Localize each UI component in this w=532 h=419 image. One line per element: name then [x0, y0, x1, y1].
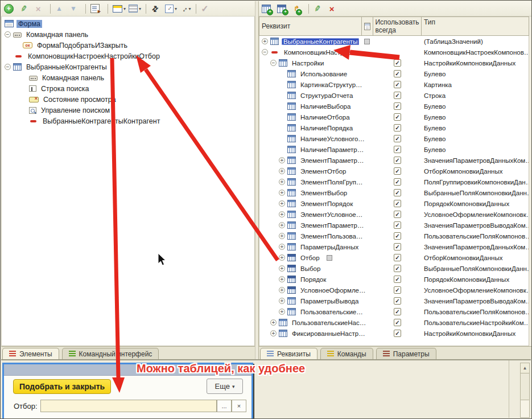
use-always-checkbox[interactable] — [394, 232, 401, 240]
table-row[interactable]: ЭлементПоляГруп… ПоляГруппировкиКомпонов… — [259, 176, 529, 187]
tree-item[interactable]: Командная панель — [2, 29, 254, 40]
tree-item[interactable]: Форма — [2, 18, 254, 29]
table-row[interactable]: СтруктураОтчета Строка — [259, 90, 529, 101]
expander-icon[interactable] — [279, 179, 285, 185]
table-row[interactable]: НаличиеВыбора Булево — [259, 101, 529, 112]
table-row[interactable]: ЭлементУсловное… УсловноеОформлениеКомпо… — [259, 209, 529, 220]
tree-item[interactable]: ВыбранныеКонтрагенты — [2, 61, 254, 72]
expander-icon[interactable] — [279, 244, 285, 250]
table-row[interactable]: НаличиеПорядка Булево — [259, 122, 529, 133]
scroll-up-icon[interactable] — [521, 363, 529, 373]
tab-commands[interactable]: Команды — [320, 348, 373, 359]
use-always-checkbox[interactable] — [394, 189, 401, 196]
use-always-checkbox[interactable] — [394, 243, 401, 250]
more-button[interactable]: Еще — [207, 379, 243, 394]
delete-attribute-icon[interactable]: × ▾ — [328, 3, 339, 14]
use-always-checkbox[interactable] — [394, 81, 401, 88]
apply-icon[interactable]: ✓ ▾ — [201, 3, 212, 14]
expander-icon[interactable] — [262, 38, 268, 44]
table-row[interactable]: НаличиеОтбора Булево — [259, 112, 529, 122]
expander-icon[interactable] — [279, 309, 285, 315]
choose-button[interactable]: ... — [217, 400, 232, 412]
tree-item[interactable]: Командная панель — [2, 72, 254, 83]
table-row[interactable]: ЭлементОтбор ОтборКомпоновкиДанных — [259, 166, 529, 176]
use-always-checkbox[interactable] — [394, 221, 401, 229]
pane-splitter[interactable] — [255, 1, 259, 359]
expander-icon[interactable] — [262, 49, 268, 55]
use-always-checkbox[interactable] — [394, 297, 401, 305]
resize-icon[interactable]: ↔ ▾ — [180, 3, 191, 14]
tab-parameters[interactable]: Параметры — [376, 348, 436, 359]
expander-icon[interactable] — [279, 168, 285, 174]
use-always-checkbox[interactable] — [394, 167, 401, 175]
check-form-icon[interactable]: ▾ — [90, 3, 103, 14]
tree-item[interactable]: КомпоновщикНастроекНастройкиОтбор — [2, 51, 254, 61]
clear-button[interactable]: × — [232, 400, 246, 412]
tab-elements[interactable]: Элементы — [2, 348, 59, 359]
expander-icon[interactable] — [5, 64, 11, 70]
use-always-checkbox[interactable] — [394, 211, 401, 218]
filter-input[interactable] — [40, 400, 217, 412]
use-always-checkbox[interactable] — [394, 135, 401, 142]
table-row[interactable]: ЭлементПараметр… ЗначенияПараметровВывод… — [259, 220, 529, 231]
add-attribute-icon[interactable]: ▾ — [262, 3, 274, 14]
use-always-checkbox[interactable] — [394, 319, 401, 326]
use-always-checkbox[interactable] — [394, 124, 401, 132]
table-row[interactable]: ПараметрыВывода ЗначенияПараметровВывода… — [259, 295, 529, 306]
column-header-type[interactable]: Тип — [422, 17, 529, 35]
panels-icon[interactable]: ▾ — [129, 3, 141, 14]
table-row[interactable]: КомпоновщикНастроек КомпоновщикНастроекК… — [259, 47, 529, 57]
swap-arrows-icon[interactable]: ⇄ ▾ — [151, 3, 162, 14]
expander-icon[interactable] — [270, 60, 277, 66]
expander-icon[interactable] — [279, 211, 285, 217]
use-always-checkbox[interactable] — [394, 59, 401, 67]
tree-item[interactable]: ВыбранныеКонтрагентыКонтрагент — [2, 116, 254, 126]
column-header-flag[interactable] — [362, 17, 373, 35]
table-row[interactable]: ЭлементВыбор ВыбранныеПоляКомпоновкиДанн… — [259, 187, 529, 198]
expander-icon[interactable] — [279, 298, 285, 304]
use-always-checkbox[interactable] — [394, 146, 401, 153]
table-row[interactable]: Выбор ВыбранныеПоляКомпоновкиДанн… — [259, 263, 529, 274]
use-always-checkbox[interactable] — [394, 286, 401, 294]
table-row[interactable]: УсловноеОформле… УсловноеОформлениеКомпо… — [259, 285, 529, 295]
expander-icon[interactable] — [279, 265, 285, 272]
expander-icon[interactable] — [279, 222, 285, 228]
move-down-icon[interactable]: ▼ ▾ — [69, 3, 81, 14]
table-row[interactable]: Настройки НастройкиКомпоновкиДанных — [259, 57, 529, 68]
dialog-mode-icon[interactable]: ▾ — [113, 3, 126, 14]
table-row[interactable]: КартинкаСтруктур… Картинка — [259, 79, 529, 90]
table-row[interactable]: ПользовательскиеНас… ПользовательскиеНас… — [259, 317, 529, 328]
tree-item[interactable]: Состояние просмотра — [2, 94, 254, 105]
use-always-checkbox[interactable] — [394, 70, 401, 77]
tab-attributes[interactable]: Реквизиты — [260, 348, 317, 359]
edit-icon[interactable]: ✎ ▾ — [20, 3, 31, 14]
table-row[interactable]: Использование Булево — [259, 68, 529, 79]
use-always-checkbox[interactable] — [394, 113, 401, 121]
table-row[interactable]: НаличиеПараметр… Булево — [259, 144, 529, 155]
expander-icon[interactable] — [270, 330, 277, 336]
table-row[interactable]: ФиксированныеНастр… НастройкиКомпоновкиД… — [259, 328, 529, 339]
move-up-icon[interactable]: ▲ ▾ — [55, 3, 67, 14]
use-always-checkbox[interactable] — [394, 102, 401, 110]
use-always-checkbox[interactable] — [394, 157, 401, 164]
use-always-checkbox[interactable] — [394, 265, 401, 272]
expander-icon[interactable] — [279, 200, 285, 207]
expander-icon[interactable] — [279, 190, 285, 196]
scrollbar-thumb[interactable] — [521, 373, 529, 400]
use-always-checkbox[interactable] — [394, 308, 401, 315]
column-header-use-always[interactable]: Использовать всегда — [373, 17, 422, 35]
edit-attribute-icon[interactable]: ✎ ▾ — [314, 3, 325, 14]
add-column-icon[interactable]: ↱ ▾ — [292, 3, 304, 14]
table-row[interactable]: ЭлементПорядок ПорядокКомпоновкиДанных — [259, 198, 529, 209]
table-row[interactable]: ВыбранныеКонтрагенты (ТаблицаЗначений) — [259, 36, 529, 47]
add-icon[interactable]: + ▾ — [4, 3, 17, 14]
expander-icon[interactable] — [279, 287, 285, 293]
use-always-checkbox[interactable] — [394, 92, 401, 99]
expander-icon[interactable] — [279, 157, 285, 163]
use-always-checkbox[interactable] — [394, 178, 401, 186]
tree-item[interactable]: ФормаПодобратьИЗакрыть — [2, 40, 254, 51]
table-row[interactable]: ПараметрыДанных ЗначенияПараметровДанных… — [259, 241, 529, 252]
tree-item[interactable]: Строка поиска — [2, 83, 254, 94]
table-row[interactable]: ЭлементПользова… ПользовательскиеПоляКом… — [259, 231, 529, 241]
use-always-checkbox[interactable] — [394, 254, 401, 261]
